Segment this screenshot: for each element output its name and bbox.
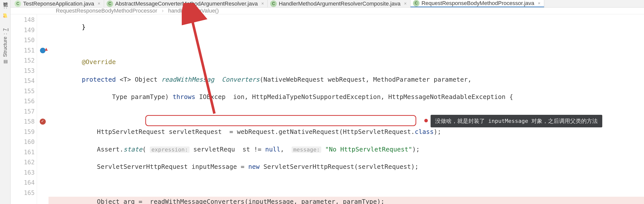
breakpoint-icon[interactable] bbox=[40, 119, 46, 125]
gutter-markers bbox=[37, 14, 49, 204]
line-number: 161 bbox=[11, 147, 35, 158]
tab-label: AbstractMessageConverterMethodArgumentRe… bbox=[115, 1, 258, 7]
close-icon[interactable]: × bbox=[538, 1, 541, 6]
line-number: 156 bbox=[11, 96, 35, 107]
main-area: C TestReponseApplication.java × C Abstra… bbox=[11, 0, 644, 204]
tab-label: HandlerMethodArgumentResolverComposite.j… bbox=[279, 1, 400, 7]
code-line: ServletServerHttpRequest inputMessage = … bbox=[49, 162, 644, 172]
line-number: 165 bbox=[11, 188, 35, 198]
tool-window-strip: 📁 项目 : 1 ▥ Structure : 7 bbox=[0, 0, 11, 204]
override-marker-icon[interactable] bbox=[40, 48, 45, 53]
close-icon[interactable]: × bbox=[404, 1, 407, 6]
side-tab-structure[interactable]: ▥ Structure : 7 bbox=[2, 28, 8, 65]
tab-abstract-message-converter[interactable]: C AbstractMessageConverterMethodArgument… bbox=[104, 0, 268, 7]
code-line: Assert.state( expression: servletRequ st… bbox=[49, 144, 644, 155]
annotation-callout: 没做啥，就是封装了 inputMessage 对象，之后调用父类的方法 bbox=[431, 115, 602, 127]
code-line: } bbox=[49, 22, 644, 32]
code-line: Type paramType) throws IOExcep ion, Http… bbox=[49, 92, 644, 102]
class-icon: C bbox=[107, 1, 113, 7]
code-line bbox=[49, 40, 644, 50]
tab-request-response-body[interactable]: C RequestResponseBodyMethodProcessor.jav… bbox=[410, 0, 544, 7]
line-number: 162 bbox=[11, 157, 35, 168]
breadcrumb-class[interactable]: RequestResponseBodyMethodProcessor bbox=[56, 8, 157, 14]
tab-label: TestReponseApplication.java bbox=[23, 1, 94, 7]
close-icon[interactable]: × bbox=[261, 1, 264, 6]
line-number: 159 bbox=[11, 127, 35, 137]
line-number: 148 bbox=[11, 15, 35, 25]
close-icon[interactable]: × bbox=[98, 1, 101, 6]
line-number: 154 bbox=[11, 76, 35, 86]
line-number-gutter: 148 149 150 151 152 153 154 155 156 157 … bbox=[11, 14, 37, 204]
line-number: 153 bbox=[11, 66, 35, 76]
line-number: 150 bbox=[11, 35, 35, 45]
tab-handler-method-argument[interactable]: C HandlerMethodArgumentResolverComposite… bbox=[268, 0, 410, 7]
line-number: 160 bbox=[11, 137, 35, 147]
breadcrumb-method[interactable]: handleReturnValue() bbox=[168, 8, 219, 14]
code-line: Object arg = readWithMessageConverters(i… bbox=[49, 197, 644, 204]
line-number: 155 bbox=[11, 86, 35, 96]
line-number: 158 bbox=[11, 117, 35, 127]
editor-tab-bar: C TestReponseApplication.java × C Abstra… bbox=[11, 0, 644, 8]
side-tab-num: 7 bbox=[2, 28, 8, 31]
side-tab-num: 1 bbox=[2, 3, 8, 5]
project-icon: 📁 bbox=[3, 13, 8, 18]
breadcrumb: RequestResponseBodyMethodProcessor › han… bbox=[11, 8, 644, 14]
code-area[interactable]: } @Override protected <T> Object readWit… bbox=[49, 14, 644, 204]
line-number: 163 bbox=[11, 168, 35, 178]
code-line: @Override bbox=[49, 57, 644, 67]
line-number: 151 bbox=[11, 45, 35, 56]
annotation-bullet bbox=[424, 119, 428, 122]
structure-icon: ▥ bbox=[3, 60, 8, 64]
line-number: 152 bbox=[11, 56, 35, 66]
editor: 148 149 150 151 152 153 154 155 156 157 … bbox=[11, 14, 644, 204]
tab-test-response-application[interactable]: C TestReponseApplication.java × bbox=[12, 0, 104, 7]
line-number: 164 bbox=[11, 178, 35, 188]
side-tab-project[interactable]: 📁 项目 : 1 bbox=[2, 3, 9, 18]
line-number: 149 bbox=[11, 25, 35, 35]
side-tab-label: Structure bbox=[2, 36, 8, 57]
code-line: HttpServletRequest servletRequest = webR… bbox=[49, 127, 644, 137]
code-line bbox=[49, 179, 644, 190]
tab-label: RequestResponseBodyMethodProcessor.java bbox=[422, 0, 534, 7]
line-number: 157 bbox=[11, 107, 35, 117]
class-icon: C bbox=[15, 1, 21, 7]
code-line: protected <T> Object readWithMessag Conv… bbox=[49, 75, 644, 85]
chevron-right-icon: › bbox=[162, 8, 164, 14]
class-icon: C bbox=[270, 1, 277, 7]
class-icon: C bbox=[413, 0, 420, 7]
callout-text: 没做啥，就是封装了 inputMessage 对象，之后调用父类的方法 bbox=[435, 118, 598, 124]
